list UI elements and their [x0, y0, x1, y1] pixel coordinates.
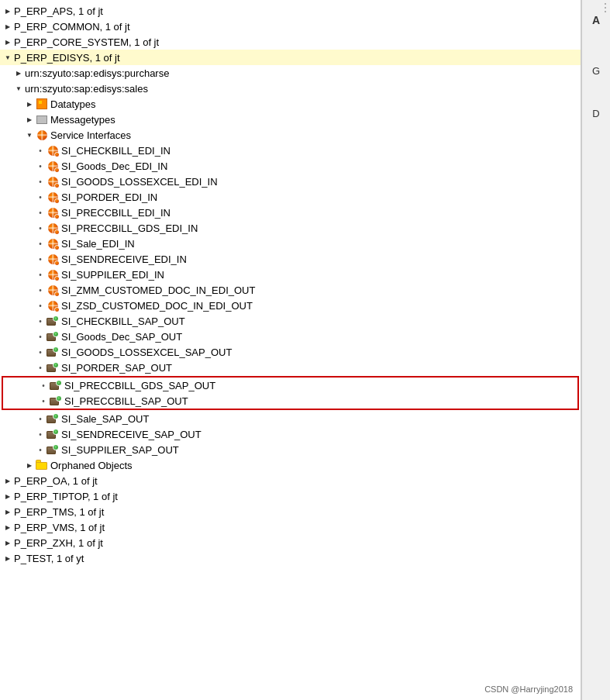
expand-icon-si-checkbill[interactable]: •	[36, 146, 45, 155]
red-box-highlight: •↑SI_PRECCBILL_GDS_SAP_OUT•↑SI_PRECCBILL…	[2, 376, 579, 410]
item-label-p-test: P_TEST, 1 of yt	[14, 553, 84, 564]
expand-icon-si-sendreceive-sap[interactable]: •	[36, 429, 45, 439]
expand-icon-si-sendreceive[interactable]: •	[36, 254, 45, 264]
tree-item-datatypes[interactable]: ▶Datatypes	[0, 96, 581, 112]
item-label-si-preccbill-gds: SI_PRECCBILL_GDS_EDI_IN	[61, 222, 198, 234]
node-icon-service-si-zmm	[47, 284, 59, 296]
scrollbar-dot	[605, 3, 606, 5]
tree-item-si-sale[interactable]: •SI_Sale_EDI_IN	[0, 236, 581, 251]
tree-item-erp-vms[interactable]: ▶P_ERP_VMS, 1 of jt	[0, 519, 581, 535]
tree-item-si-zsd[interactable]: •SI_ZSD_CUSTOMED_DOC_IN_EDI_OUT	[0, 298, 581, 313]
expand-icon-urn-sales[interactable]: ▼	[14, 84, 23, 93]
expand-icon-si-goods-loss-sap[interactable]: •	[36, 347, 45, 357]
tree-item-erp-tms[interactable]: ▶P_ERP_TMS, 1 of jt	[0, 504, 581, 519]
item-label-si-preccbill-sap: SI_PRECCBILL_SAP_OUT	[64, 395, 188, 407]
expand-icon-si-zsd[interactable]: •	[36, 301, 45, 310]
tree-item-si-goods-dec-sap[interactable]: •↑SI_Goods_Dec_SAP_OUT	[0, 329, 581, 344]
expand-icon-datatypes[interactable]: ▶	[25, 99, 34, 109]
tree-item-messagetypes[interactable]: ▶Messagetypes	[0, 112, 581, 127]
tree-item-si-suppiler-sap[interactable]: •↑SI_SUPPILER_SAP_OUT	[0, 442, 581, 457]
item-label-messagetypes: Messagetypes	[50, 114, 115, 126]
node-icon-sap-out-si-porder-sap: ↑	[47, 361, 59, 374]
tree-item-erp-edisys[interactable]: ▼P_ERP_EDISYS, 1 of jt	[0, 50, 581, 65]
tree-item-si-sendreceive[interactable]: •SI_SENDRECEIVE_EDI_IN	[0, 251, 581, 267]
item-label-urn-purchase: urn:szyuto:sap:edisys:purcharse	[25, 67, 169, 79]
expand-icon-erp-core[interactable]: ▶	[3, 37, 12, 47]
item-label-erp-aps: P_ERP_APS, 1 of jt	[14, 5, 103, 17]
tree-item-si-preccbill[interactable]: •SI_PRECCBILL_EDI_IN	[0, 205, 581, 220]
node-icon-messagetypes-messagetypes	[36, 113, 48, 126]
expand-icon-erp-edisys[interactable]: ▼	[3, 53, 12, 62]
expand-icon-erp-zxh[interactable]: ▶	[3, 538, 12, 547]
expand-icon-si-preccbill-gds[interactable]: •	[36, 223, 45, 233]
expand-icon-orphaned[interactable]: ▶	[25, 460, 34, 470]
tree-item-si-goods-loss[interactable]: •SI_GOODS_LOSSEXCEL_EDI_IN	[0, 174, 581, 189]
expand-icon-erp-vms[interactable]: ▶	[3, 522, 12, 532]
expand-icon-si-porder[interactable]: •	[36, 192, 45, 202]
node-icon-folder-yellow-orphaned	[36, 459, 48, 471]
item-label-si-sale: SI_Sale_EDI_IN	[61, 238, 135, 250]
node-icon-sap-out-si-preccbill-gds-sap: ↑	[50, 379, 62, 391]
expand-icon-erp-aps[interactable]: ▶	[3, 6, 12, 16]
item-label-erp-common: P_ERP_COMMON, 1 of jt	[14, 21, 130, 33]
tree-item-si-preccbill-gds[interactable]: •SI_PRECCBILL_GDS_EDI_IN	[0, 220, 581, 236]
item-label-si-zmm: SI_ZMM_CUSTOMED_DOC_IN_EDI_OUT	[61, 284, 255, 296]
tree-item-si-sendreceive-sap[interactable]: •↑SI_SENDRECEIVE_SAP_OUT	[0, 426, 581, 442]
tree-item-urn-sales[interactable]: ▼urn:szyuto:sap:edisys:sales	[0, 81, 581, 96]
expand-icon-si-suppiler-sap[interactable]: •	[36, 445, 45, 454]
tree-item-erp-zxh[interactable]: ▶P_ERP_ZXH, 1 of jt	[0, 535, 581, 550]
node-icon-service-si-zsd	[47, 299, 59, 312]
expand-icon-service-interfaces[interactable]: ▼	[25, 130, 34, 140]
tree-item-si-goods-dec[interactable]: •SI_Goods_Dec_EDI_IN	[0, 158, 581, 174]
tree-item-erp-aps[interactable]: ▶P_ERP_APS, 1 of jt	[0, 3, 581, 19]
expand-icon-si-goods-dec-sap[interactable]: •	[36, 332, 45, 341]
tree-item-si-porder[interactable]: •SI_PORDER_EDI_IN	[0, 189, 581, 205]
expand-icon-si-sale[interactable]: •	[36, 239, 45, 248]
right-letter-g: G	[592, 65, 600, 77]
node-icon-sap-out-si-goods-loss-sap: ↑	[47, 346, 59, 358]
tree-item-erp-common[interactable]: ▶P_ERP_COMMON, 1 of jt	[0, 19, 581, 34]
tree-item-erp-oa[interactable]: ▶P_ERP_OA, 1 of jt	[0, 473, 581, 488]
tree-item-si-suppiler[interactable]: •SI_SUPPILER_EDI_IN	[0, 267, 581, 282]
expand-icon-si-preccbill[interactable]: •	[36, 208, 45, 217]
expand-icon-si-zmm[interactable]: •	[36, 285, 45, 295]
expand-icon-urn-purchase[interactable]: ▶	[14, 68, 23, 78]
expand-icon-erp-oa[interactable]: ▶	[3, 476, 12, 485]
item-label-si-preccbill: SI_PRECCBILL_EDI_IN	[61, 207, 171, 219]
expand-icon-si-preccbill-gds-sap[interactable]: •	[39, 381, 48, 390]
tree-container[interactable]: ▶P_ERP_APS, 1 of jt▶P_ERP_COMMON, 1 of j…	[0, 0, 581, 700]
expand-icon-si-preccbill-sap[interactable]: •	[39, 396, 48, 405]
expand-icon-si-checkbill-sap[interactable]: •	[36, 316, 45, 326]
tree-item-si-sale-sap[interactable]: •↑SI_Sale_SAP_OUT	[0, 411, 581, 426]
expand-icon-si-sale-sap[interactable]: •	[36, 414, 45, 423]
node-icon-service-si-sendreceive	[47, 253, 59, 265]
item-label-orphaned: Orphaned Objects	[50, 460, 133, 471]
tree-item-si-checkbill-sap[interactable]: •↑SI_CHECKBILL_SAP_OUT	[0, 313, 581, 329]
tree-item-service-interfaces[interactable]: ▼Service Interfaces	[0, 127, 581, 143]
tree-item-p-test[interactable]: ▶P_TEST, 1 of yt	[0, 550, 581, 566]
expand-icon-si-goods-loss[interactable]: •	[36, 177, 45, 186]
tree-item-si-preccbill-gds-sap[interactable]: •↑SI_PRECCBILL_GDS_SAP_OUT	[3, 378, 577, 393]
tree-item-urn-purchase[interactable]: ▶urn:szyuto:sap:edisys:purcharse	[0, 65, 581, 81]
node-icon-sap-out-si-preccbill-sap: ↑	[50, 395, 62, 407]
tree-item-orphaned[interactable]: ▶Orphaned Objects	[0, 457, 581, 473]
node-icon-service-si-preccbill-gds	[47, 222, 59, 234]
tree-item-erp-tiptop[interactable]: ▶P_ERP_TIPTOP, 1 of jt	[0, 488, 581, 504]
expand-icon-erp-tiptop[interactable]: ▶	[3, 491, 12, 501]
expand-icon-erp-common[interactable]: ▶	[3, 22, 12, 31]
tree-item-si-porder-sap[interactable]: •↑SI_PORDER_SAP_OUT	[0, 360, 581, 375]
expand-icon-si-goods-dec[interactable]: •	[36, 161, 45, 171]
expand-icon-si-porder-sap[interactable]: •	[36, 363, 45, 372]
node-icon-sap-out-si-sale-sap: ↑	[47, 412, 59, 425]
expand-icon-messagetypes[interactable]: ▶	[25, 115, 34, 124]
expand-icon-erp-tms[interactable]: ▶	[3, 507, 12, 516]
tree-item-si-preccbill-sap[interactable]: •↑SI_PRECCBILL_SAP_OUT	[3, 393, 577, 409]
tree-item-si-checkbill[interactable]: •SI_CHECKBILL_EDI_IN	[0, 143, 581, 158]
expand-icon-p-test[interactable]: ▶	[3, 553, 12, 563]
tree-item-erp-core[interactable]: ▶P_ERP_CORE_SYSTEM, 1 of jt	[0, 34, 581, 50]
tree-item-si-goods-loss-sap[interactable]: •↑SI_GOODS_LOSSEXCEL_SAP_OUT	[0, 344, 581, 360]
item-label-erp-vms: P_ERP_VMS, 1 of jt	[14, 522, 105, 533]
expand-icon-si-suppiler[interactable]: •	[36, 270, 45, 279]
node-icon-sap-out-si-suppiler-sap: ↑	[47, 443, 59, 456]
tree-item-si-zmm[interactable]: •SI_ZMM_CUSTOMED_DOC_IN_EDI_OUT	[0, 282, 581, 298]
